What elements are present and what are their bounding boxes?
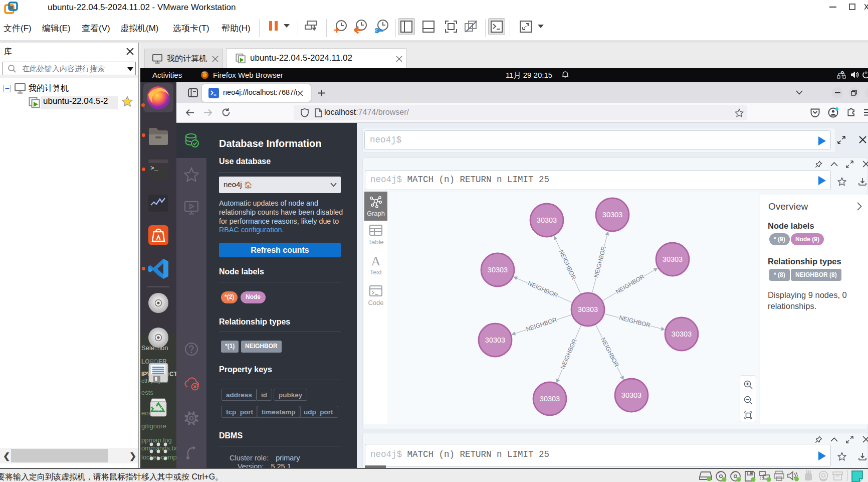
svg-text:30303: 30303	[602, 211, 622, 219]
svg-text:30303: 30303	[540, 395, 560, 403]
svg-text:A: A	[371, 255, 381, 268]
svg-text:NEIGHBOR: NEIGHBOR	[618, 314, 652, 329]
svg-text:NEIGHBOR: NEIGHBOR	[527, 280, 559, 299]
svg-text:NEIGHBOR: NEIGHBOR	[599, 337, 620, 369]
svg-text:30303: 30303	[663, 255, 683, 263]
svg-text:NEIGHBOR: NEIGHBOR	[525, 316, 558, 333]
svg-text:30303: 30303	[578, 305, 598, 313]
svg-text:30303: 30303	[621, 391, 641, 399]
svg-text:30303: 30303	[537, 216, 557, 224]
svg-text:NEIGHBOR: NEIGHBOR	[559, 338, 578, 370]
svg-text:>_: >_	[150, 165, 158, 172]
svg-text:30303: 30303	[485, 336, 505, 344]
svg-text:NEIGHBOR: NEIGHBOR	[614, 273, 646, 295]
svg-text:NEIGHBOR: NEIGHBOR	[558, 249, 578, 281]
svg-text:30303: 30303	[672, 330, 692, 338]
svg-text:30303: 30303	[488, 266, 508, 274]
svg-text:?: ?	[840, 71, 844, 77]
svg-text:NEIGHBOR: NEIGHBOR	[592, 245, 607, 278]
